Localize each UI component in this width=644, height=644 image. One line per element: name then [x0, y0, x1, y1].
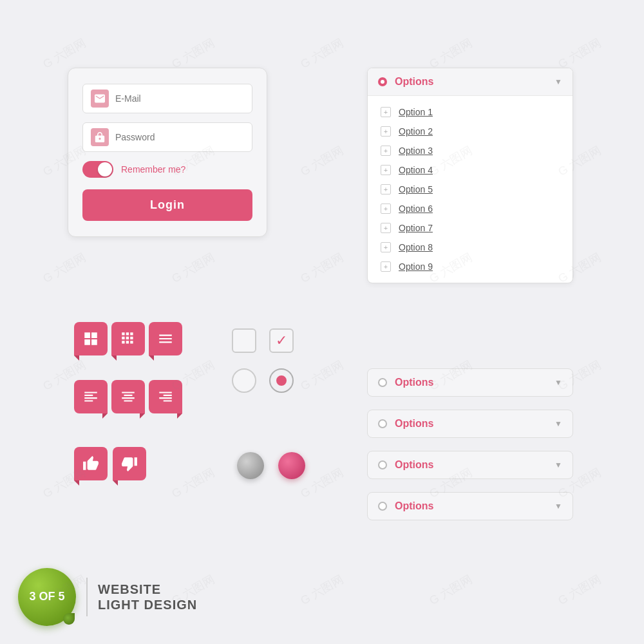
options-collapsed-title-3: Options — [395, 459, 554, 471]
badge-title-line2: LIGHT DESIGN — [98, 597, 197, 612]
remember-row: Remember me? — [82, 161, 252, 178]
option-expand-icon: + — [381, 204, 391, 214]
options-collapsed-title-1: Options — [395, 377, 554, 388]
vote-group — [74, 447, 146, 480]
option-item[interactable]: +Option 5 — [368, 180, 573, 199]
options-radio-2 — [378, 419, 387, 428]
options-main-panel: Options ▼ +Option 1+Option 2+Option 3+Op… — [367, 68, 573, 283]
option-item[interactable]: +Option 6 — [368, 199, 573, 218]
align-left-button[interactable] — [74, 380, 108, 413]
view-icon-group — [74, 322, 182, 355]
ball-toggle-off[interactable] — [237, 452, 264, 479]
like-button[interactable] — [74, 447, 108, 480]
option-label: Option 6 — [399, 204, 433, 214]
checkbox-checked[interactable]: ✓ — [269, 328, 294, 353]
align-right-button[interactable] — [149, 380, 182, 413]
password-icon — [91, 128, 109, 146]
option-label: Option 3 — [399, 146, 433, 156]
email-input-group — [82, 84, 252, 113]
options-radio-4 — [378, 502, 387, 511]
email-icon — [91, 90, 109, 108]
options-radio-active — [378, 77, 387, 86]
options-collapsed-1[interactable]: Options ▼ — [367, 368, 573, 397]
list-view-button[interactable] — [149, 322, 182, 355]
badge-title-line1: WEBSITE — [98, 582, 197, 597]
options-main-title: Options — [395, 76, 554, 88]
options-arrow-2: ▼ — [554, 419, 562, 428]
option-expand-icon: + — [381, 107, 391, 117]
password-field[interactable] — [115, 132, 244, 142]
option-expand-icon: + — [381, 223, 391, 233]
email-field[interactable] — [115, 93, 244, 104]
option-item[interactable]: +Option 4 — [368, 160, 573, 180]
ball-toggle-on[interactable] — [278, 452, 305, 479]
options-arrow-icon: ▼ — [554, 77, 562, 86]
option-expand-icon: + — [381, 126, 391, 137]
options-collapsed-title-2: Options — [395, 418, 554, 430]
remember-toggle[interactable] — [82, 161, 113, 178]
options-collapsed-3[interactable]: Options ▼ — [367, 451, 573, 479]
align-center-button[interactable] — [111, 380, 145, 413]
options-arrow-1: ▼ — [554, 378, 562, 387]
option-expand-icon: + — [381, 146, 391, 156]
option-label: Option 4 — [399, 165, 433, 175]
option-expand-icon: + — [381, 184, 391, 194]
options-collapsed-title-4: Options — [395, 500, 554, 512]
option-expand-icon: + — [381, 242, 391, 252]
option-item[interactable]: +Option 2 — [368, 122, 573, 141]
text-align-group — [74, 380, 182, 413]
option-label: Option 1 — [399, 107, 433, 117]
radio-unchecked[interactable] — [232, 368, 256, 393]
badge-divider — [86, 578, 88, 616]
small-grid-button[interactable] — [111, 322, 145, 355]
option-label: Option 7 — [399, 223, 433, 233]
bottom-badge: 3 OF 5 WEBSITE LIGHT DESIGN — [18, 568, 197, 626]
options-radio-1 — [378, 378, 387, 387]
option-item[interactable]: +Option 8 — [368, 238, 573, 257]
option-expand-icon: + — [381, 165, 391, 175]
radio-group — [232, 368, 294, 393]
options-list: +Option 1+Option 2+Option 3+Option 4+Opt… — [368, 96, 573, 283]
login-button[interactable]: Login — [82, 189, 252, 221]
radio-checked[interactable] — [269, 368, 294, 393]
badge-title-block: WEBSITE LIGHT DESIGN — [98, 582, 197, 612]
grid-view-button[interactable] — [74, 322, 108, 355]
checkbox-unchecked[interactable] — [232, 328, 256, 353]
option-expand-icon: + — [381, 261, 391, 272]
option-item[interactable]: +Option 1 — [368, 102, 573, 122]
badge-text: 3 OF 5 — [29, 591, 64, 603]
option-label: Option 9 — [399, 261, 433, 272]
options-arrow-3: ▼ — [554, 460, 562, 469]
remember-label: Remember me? — [121, 164, 185, 175]
option-item[interactable]: +Option 7 — [368, 218, 573, 238]
option-label: Option 8 — [399, 242, 433, 252]
option-label: Option 5 — [399, 184, 433, 194]
login-panel: Remember me? Login — [68, 68, 267, 237]
option-label: Option 2 — [399, 126, 433, 137]
options-collapsed-4[interactable]: Options ▼ — [367, 492, 573, 520]
options-radio-3 — [378, 460, 387, 469]
dislike-button[interactable] — [113, 447, 146, 480]
options-collapsed-2[interactable]: Options ▼ — [367, 410, 573, 438]
ball-toggle-group — [237, 452, 305, 479]
option-item[interactable]: +Option 3 — [368, 141, 573, 160]
options-arrow-4: ▼ — [554, 502, 562, 511]
option-item[interactable]: +Option 9 — [368, 257, 573, 276]
badge-circle: 3 OF 5 — [18, 568, 76, 626]
password-input-group — [82, 122, 252, 152]
checkbox-group: ✓ — [232, 328, 294, 353]
options-main-header[interactable]: Options ▼ — [368, 68, 573, 96]
